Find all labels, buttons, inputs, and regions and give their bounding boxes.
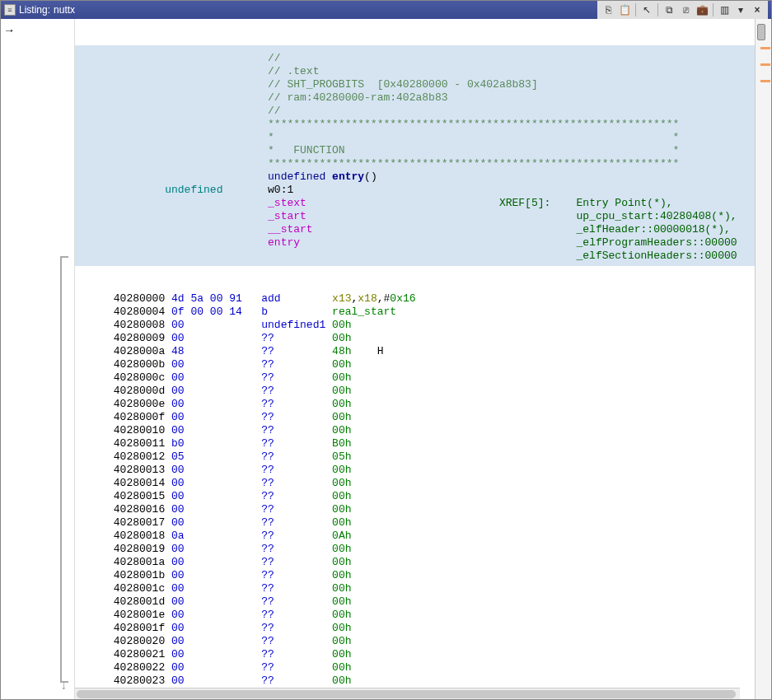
function-header: // // .text // SHT_PROGBITS [0x40280000 …: [75, 45, 755, 266]
separator: [713, 3, 714, 16]
horizontal-scrollbar[interactable]: [75, 688, 740, 699]
arrow-right-icon: →: [6, 24, 12, 37]
gutter: → ↓: [1, 19, 75, 699]
toolbar: ⎘ 📋 ↖ ⧉ ⎚ 💼 ▥ ▾ ×: [597, 1, 768, 19]
fields-icon[interactable]: ▥: [717, 2, 732, 17]
cursor-icon[interactable]: ↖: [639, 2, 654, 17]
separator: [657, 3, 658, 16]
separator: [635, 3, 636, 16]
overview-marker: [760, 80, 770, 82]
overview-ruler[interactable]: [755, 19, 771, 699]
copy-icon[interactable]: ⎘: [601, 2, 615, 17]
code-area[interactable]: // // .text // SHT_PROGBITS [0x40280000 …: [75, 19, 755, 699]
titlebar[interactable]: ≡ Listing: nuttx ⎘ 📋 ↖ ⧉ ⎚ 💼 ▥ ▾ ×: [1, 1, 771, 19]
close-icon[interactable]: ×: [750, 2, 765, 17]
arrow-down-icon: ↓: [60, 679, 67, 693]
flow-bracket: [60, 256, 68, 683]
content: → ↓ // // .text // SHT_PROGBITS [0x40280…: [1, 19, 771, 699]
title-name: nuttx: [54, 4, 75, 16]
overview-marker: [760, 47, 770, 49]
overview-marker: [760, 63, 770, 66]
listing-body: 40280000 4d 5a 00 91 add x13,x18,#0x16 4…: [75, 292, 755, 699]
title-label: Listing:: [19, 4, 50, 16]
diff-icon[interactable]: ⧉: [662, 2, 676, 17]
code-inner: // // .text // SHT_PROGBITS [0x40280000 …: [75, 19, 755, 699]
suitcase-icon[interactable]: 💼: [695, 2, 709, 17]
dropdown-icon[interactable]: ▾: [733, 2, 748, 17]
window-icon: ≡: [4, 4, 16, 16]
snapshot-icon[interactable]: ⎚: [678, 2, 693, 17]
overview-thumb[interactable]: [757, 24, 765, 40]
scroll-thumb[interactable]: [77, 690, 736, 698]
paste-icon[interactable]: 📋: [617, 2, 632, 17]
